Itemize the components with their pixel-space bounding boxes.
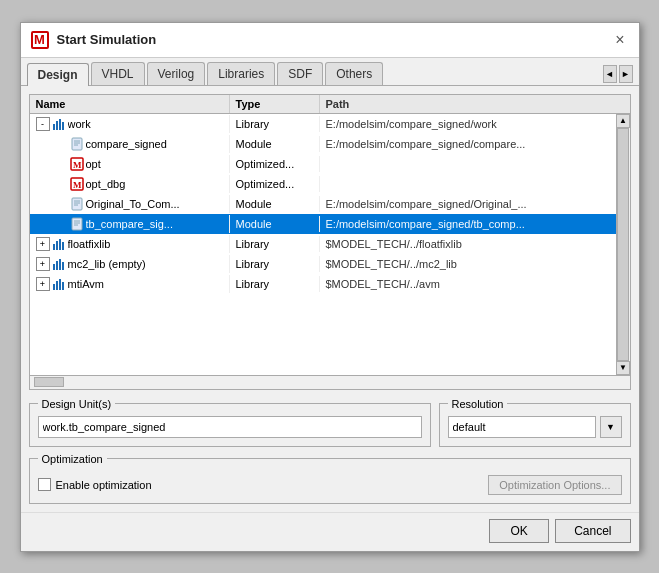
row-type: Library xyxy=(230,116,320,132)
enable-optimization-label[interactable]: Enable optimization xyxy=(38,478,152,491)
table-row[interactable]: tb_compare_sig...ModuleE:/modelsim/compa… xyxy=(30,214,616,234)
design-units-label: Design Unit(s) xyxy=(38,398,116,410)
library-icon xyxy=(52,257,66,271)
dialog-footer: OK Cancel xyxy=(21,512,639,551)
row-name: opt xyxy=(86,158,101,170)
row-name: Original_To_Com... xyxy=(86,198,180,210)
row-path xyxy=(320,182,616,186)
row-name: tb_compare_sig... xyxy=(86,218,173,230)
row-type: Library xyxy=(230,236,320,252)
svg-rect-24 xyxy=(53,264,55,270)
tree-container: Name Type Path -workLibraryE:/modelsim/c… xyxy=(29,94,631,390)
resolution-label: Resolution xyxy=(448,398,508,410)
close-button[interactable]: × xyxy=(611,32,628,48)
row-path: $MODEL_TECH/../floatfixlib xyxy=(320,236,616,252)
optimization-row: Enable optimization Optimization Options… xyxy=(38,475,622,495)
start-simulation-dialog: M Start Simulation × Design VHDL Verilog… xyxy=(20,22,640,552)
row-name: mc2_lib (empty) xyxy=(68,258,146,270)
row-type: Module xyxy=(230,136,320,152)
tab-sdf[interactable]: SDF xyxy=(277,62,323,85)
scroll-thumb[interactable] xyxy=(617,128,629,361)
tree-header: Name Type Path xyxy=(30,95,630,114)
table-row[interactable]: Mopt_dbgOptimized... xyxy=(30,174,616,194)
dialog-title: Start Simulation xyxy=(57,32,604,47)
bottom-section: Design Unit(s) Resolution ▼ Optimization xyxy=(29,398,631,504)
scroll-right-btn[interactable]: ► xyxy=(619,65,633,83)
library-icon xyxy=(52,237,66,251)
col-header-name: Name xyxy=(30,95,230,113)
collapse-icon[interactable]: - xyxy=(36,117,50,131)
table-row[interactable]: -workLibraryE:/modelsim/compare_signed/w… xyxy=(30,114,616,134)
row-type: Library xyxy=(230,276,320,292)
svg-rect-30 xyxy=(59,279,61,290)
tabs-scroll: ◄ ► xyxy=(603,65,633,85)
row-name: work xyxy=(68,118,91,130)
vertical-scrollbar[interactable]: ▲ ▼ xyxy=(616,114,630,375)
svg-rect-1 xyxy=(56,121,58,130)
svg-rect-22 xyxy=(59,239,61,250)
title-bar: M Start Simulation × xyxy=(21,23,639,58)
hscroll-thumb[interactable] xyxy=(34,377,64,387)
enable-optimization-checkbox[interactable] xyxy=(38,478,51,491)
m-icon: M xyxy=(70,177,84,191)
svg-rect-25 xyxy=(56,261,58,270)
tab-verilog[interactable]: Verilog xyxy=(147,62,206,85)
optimization-group: Optimization Enable optimization Optimiz… xyxy=(29,453,631,504)
expand-icon[interactable]: + xyxy=(36,257,50,271)
app-icon: M xyxy=(31,31,49,49)
svg-rect-12 xyxy=(72,198,82,210)
table-row[interactable]: +mc2_lib (empty)Library$MODEL_TECH/../mc… xyxy=(30,254,616,274)
table-row[interactable]: +mtiAvmLibrary$MODEL_TECH/../avm xyxy=(30,274,616,294)
optimization-label: Optimization xyxy=(38,453,107,465)
svg-rect-31 xyxy=(62,282,64,290)
tab-design[interactable]: Design xyxy=(27,63,89,86)
library-icon xyxy=(52,117,66,131)
row-name: floatfixlib xyxy=(68,238,111,250)
enable-optimization-text: Enable optimization xyxy=(56,479,152,491)
scroll-down-btn[interactable]: ▼ xyxy=(616,361,630,375)
row-type: Optimized... xyxy=(230,156,320,172)
expand-icon[interactable]: + xyxy=(36,237,50,251)
svg-rect-4 xyxy=(72,138,82,150)
svg-rect-21 xyxy=(56,241,58,250)
tab-vhdl[interactable]: VHDL xyxy=(91,62,145,85)
col-header-path: Path xyxy=(320,95,630,113)
row-path: E:/modelsim/compare_signed/compare... xyxy=(320,136,616,152)
svg-rect-2 xyxy=(59,119,61,130)
horizontal-scrollbar[interactable] xyxy=(30,375,630,389)
table-row[interactable]: +floatfixlibLibrary$MODEL_TECH/../floatf… xyxy=(30,234,616,254)
row-type: Module xyxy=(230,196,320,212)
tree-body[interactable]: -workLibraryE:/modelsim/compare_signed/w… xyxy=(30,114,616,375)
svg-rect-28 xyxy=(53,284,55,290)
table-row[interactable]: MoptOptimized... xyxy=(30,154,616,174)
cancel-button[interactable]: Cancel xyxy=(555,519,630,543)
row-name: compare_signed xyxy=(86,138,167,150)
design-units-input[interactable] xyxy=(38,416,422,438)
resolution-group: Resolution ▼ xyxy=(439,398,631,447)
resolution-input[interactable] xyxy=(448,416,596,438)
module-icon xyxy=(70,137,84,151)
row-path: E:/modelsim/compare_signed/work xyxy=(320,116,616,132)
row-name: opt_dbg xyxy=(86,178,126,190)
resolution-dropdown-btn[interactable]: ▼ xyxy=(600,416,622,438)
m-icon: M xyxy=(70,157,84,171)
row-name: mtiAvm xyxy=(68,278,104,290)
module-icon xyxy=(70,197,84,211)
svg-text:M: M xyxy=(73,180,82,190)
svg-rect-27 xyxy=(62,262,64,270)
ok-button[interactable]: OK xyxy=(489,519,549,543)
table-row[interactable]: compare_signedModuleE:/modelsim/compare_… xyxy=(30,134,616,154)
tab-others[interactable]: Others xyxy=(325,62,383,85)
scroll-up-btn[interactable]: ▲ xyxy=(616,114,630,128)
optimization-options-button[interactable]: Optimization Options... xyxy=(488,475,621,495)
fields-row: Design Unit(s) Resolution ▼ xyxy=(29,398,631,447)
table-row[interactable]: Original_To_Com...ModuleE:/modelsim/comp… xyxy=(30,194,616,214)
tab-libraries[interactable]: Libraries xyxy=(207,62,275,85)
row-type: Module xyxy=(230,216,320,232)
svg-rect-23 xyxy=(62,242,64,250)
row-path xyxy=(320,162,616,166)
scroll-left-btn[interactable]: ◄ xyxy=(603,65,617,83)
row-path: $MODEL_TECH/../avm xyxy=(320,276,616,292)
expand-icon[interactable]: + xyxy=(36,277,50,291)
row-path: E:/modelsim/compare_signed/Original_... xyxy=(320,196,616,212)
